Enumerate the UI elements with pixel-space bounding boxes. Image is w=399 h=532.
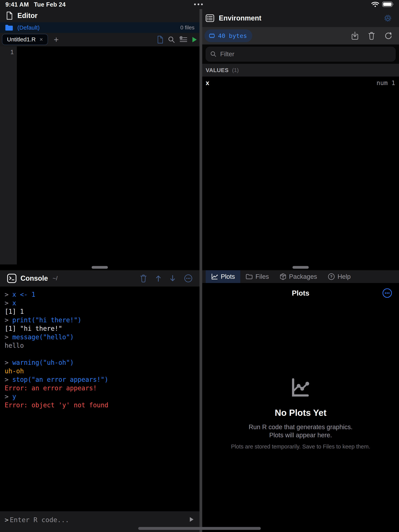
environment-plots-panel: Environment 40 bytes: [202, 9, 399, 532]
status-date: Tue Feb 24: [34, 1, 66, 8]
plots-tab-icon: [211, 273, 218, 280]
values-label: VALUES: [206, 67, 228, 73]
console-more-icon[interactable]: [184, 274, 193, 283]
environment-header: Environment: [202, 9, 399, 27]
environment-toolbar: 40 bytes: [202, 27, 399, 44]
console-output[interactable]: > x <- 1> x[1] 1> print("hi there!")[1] …: [0, 286, 200, 511]
tab-plots-label: Plots: [221, 273, 235, 280]
console-prompt: >: [5, 516, 8, 524]
memory-usage-label: 40 bytes: [218, 32, 247, 39]
variable-value: num 1: [377, 79, 395, 87]
new-file-icon[interactable]: [157, 36, 164, 44]
tab-help[interactable]: ? Help: [323, 270, 356, 283]
console-working-dir: ~/: [53, 275, 136, 282]
battery-icon: [382, 1, 394, 7]
plots-more-icon[interactable]: [382, 288, 392, 298]
help-tab-icon: ?: [328, 273, 335, 280]
empty-state-line1: Run R code that generates graphics.: [202, 423, 399, 431]
home-indicator[interactable]: [138, 527, 261, 530]
tab-untitled1[interactable]: Untitled1.R ×: [2, 34, 48, 45]
environment-title: Environment: [219, 14, 261, 22]
right-splitter[interactable]: [202, 265, 399, 270]
memory-usage-badge[interactable]: 40 bytes: [204, 29, 252, 42]
filter-input[interactable]: [220, 50, 391, 58]
clear-environment-icon[interactable]: [368, 32, 375, 40]
tab-close-icon[interactable]: ×: [39, 36, 43, 43]
filter-box[interactable]: [206, 47, 396, 62]
variable-name: x: [206, 79, 377, 87]
files-tab-icon: [246, 274, 253, 279]
refresh-icon[interactable]: [384, 32, 393, 40]
run-source-icon[interactable]: [192, 37, 197, 43]
gear-icon[interactable]: [383, 13, 393, 23]
scroll-down-icon[interactable]: [170, 275, 176, 282]
tab-plots[interactable]: Plots: [206, 270, 240, 283]
values-section-header: VALUES (1): [202, 64, 399, 76]
tab-files-label: Files: [255, 273, 269, 280]
files-count: 0 files: [180, 25, 195, 31]
status-time-date: 9:41 AMTue Feb 24: [6, 1, 66, 8]
search-icon[interactable]: [168, 36, 175, 43]
multitasking-dots-icon[interactable]: [194, 3, 203, 5]
editor-title: Editor: [17, 12, 38, 20]
app-screen: 9:41 AMTue Feb 24: [0, 0, 399, 532]
scroll-up-icon[interactable]: [155, 275, 161, 282]
tab-name: Untitled1.R: [7, 36, 36, 43]
status-bar: 9:41 AMTue Feb 24: [0, 0, 399, 9]
folder-icon: [5, 24, 13, 31]
filter-search-icon: [210, 51, 217, 57]
chart-placeholder-icon: [202, 377, 399, 399]
panel-divider[interactable]: [200, 9, 202, 532]
tab-packages-label: Packages: [289, 273, 317, 280]
editor-header: Editor: [0, 9, 200, 22]
project-folder-label: (Default): [17, 24, 180, 31]
memory-chip-icon: [208, 33, 215, 38]
code-editor[interactable]: 1: [0, 46, 200, 265]
tab-packages[interactable]: Packages: [274, 270, 323, 283]
project-folder-bar[interactable]: (Default) 0 files: [0, 22, 200, 33]
left-splitter[interactable]: [0, 265, 200, 270]
environment-filter-row: [202, 44, 399, 64]
terminal-icon: [7, 273, 17, 283]
line-number: 1: [10, 49, 14, 56]
document-icon: [6, 11, 13, 20]
svg-text:?: ?: [330, 274, 332, 279]
plots-title: Plots: [202, 289, 399, 297]
empty-state-note: Plots are stored temporarily. Save to Fi…: [202, 443, 399, 450]
right-tab-bar: Plots Files Packages: [202, 270, 399, 283]
console-header: Console ~/: [0, 270, 200, 286]
new-tab-button[interactable]: +: [54, 35, 157, 44]
right-drag-handle[interactable]: [292, 266, 309, 269]
list-icon: [206, 14, 214, 22]
status-time: 9:41 AM: [6, 1, 29, 8]
save-environment-icon[interactable]: [351, 32, 359, 40]
outline-icon[interactable]: [179, 36, 188, 43]
value-row-x[interactable]: x num 1: [202, 76, 399, 90]
clear-console-icon[interactable]: [140, 274, 147, 282]
editor-tab-bar: Untitled1.R × +: [0, 33, 200, 46]
tab-help-label: Help: [337, 273, 351, 280]
console-title: Console: [20, 274, 48, 282]
empty-state-line2: Plots will appear here.: [202, 431, 399, 439]
editor-console-panel: Editor (Default) 0 files Untitled1.R × +: [0, 9, 200, 532]
wifi-icon: [371, 1, 379, 7]
send-code-icon[interactable]: [189, 516, 194, 523]
empty-state-title: No Plots Yet: [202, 407, 399, 418]
packages-tab-icon: [280, 273, 286, 280]
plots-empty-state: No Plots Yet Run R code that generates g…: [202, 377, 399, 450]
tab-files[interactable]: Files: [240, 270, 274, 283]
console-input[interactable]: [8, 516, 189, 524]
plots-panel: Plots: [202, 283, 399, 532]
values-count: (1): [232, 67, 239, 73]
left-drag-handle[interactable]: [92, 266, 108, 269]
editor-gutter: 1: [0, 46, 17, 265]
